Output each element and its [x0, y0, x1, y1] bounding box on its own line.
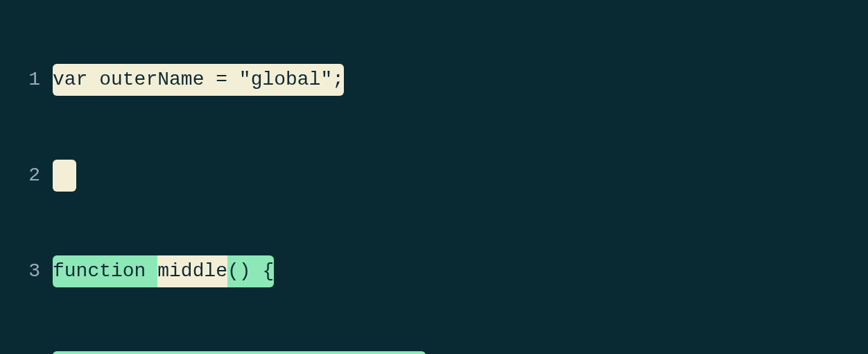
- line-number: 4: [0, 351, 53, 354]
- code-content[interactable]: var middleName = "function";: [53, 351, 426, 354]
- code-content[interactable]: function middle() {: [53, 255, 274, 287]
- code-token: var middleName = "function";: [99, 351, 425, 354]
- code-token: [53, 351, 99, 354]
- code-editor[interactable]: 1 var outerName = "global"; 2 3 function…: [0, 0, 868, 354]
- line-number: 1: [0, 64, 53, 96]
- code-line[interactable]: 4 var middleName = "function";: [0, 351, 868, 354]
- line-number: 3: [0, 255, 53, 287]
- code-line[interactable]: 3 function middle() {: [0, 255, 868, 287]
- code-token: [53, 160, 76, 192]
- line-number: 2: [0, 160, 53, 192]
- code-token: var outerName = "global";: [53, 64, 344, 96]
- code-token: function: [53, 255, 157, 287]
- code-line[interactable]: 1 var outerName = "global";: [0, 64, 868, 96]
- code-content[interactable]: [53, 160, 76, 192]
- code-token: () {: [227, 255, 274, 287]
- code-line[interactable]: 2: [0, 160, 868, 192]
- code-content[interactable]: var outerName = "global";: [53, 64, 344, 96]
- code-token: middle: [157, 255, 227, 287]
